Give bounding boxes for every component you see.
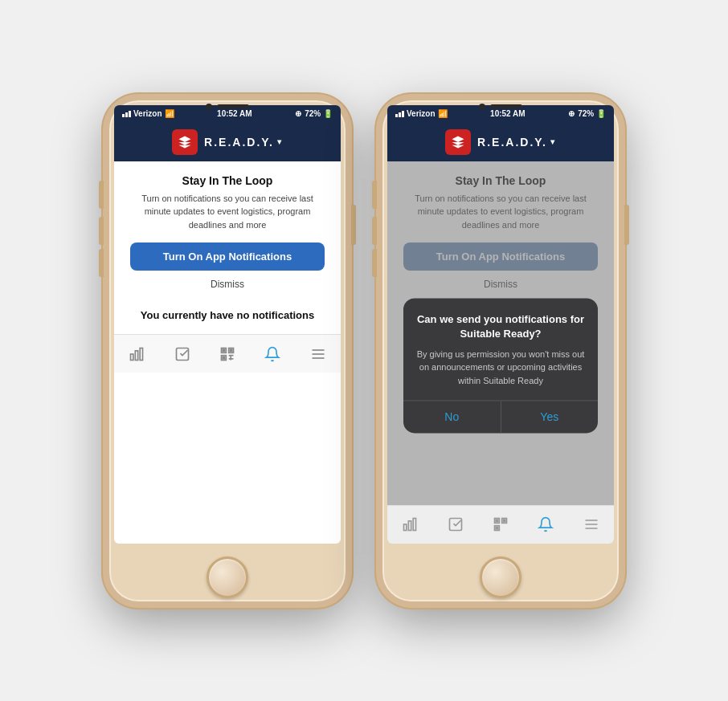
svg-rect-18 xyxy=(413,519,415,531)
dialog-yes-btn[interactable]: Yes xyxy=(501,401,599,434)
svg-rect-7 xyxy=(223,349,225,352)
dialog-title: Can we send you notifications for Suitab… xyxy=(416,312,585,341)
app-title-2: R.E.A.D.Y. ▾ xyxy=(477,136,556,149)
svg-rect-23 xyxy=(496,520,498,522)
dialog-content: Can we send you notifications for Suitab… xyxy=(403,298,598,388)
svg-rect-2 xyxy=(140,348,142,360)
signal-bar-1 xyxy=(122,114,125,117)
signal-bar-6 xyxy=(402,111,404,117)
status-left-1: Verizon 📶 xyxy=(122,109,174,118)
status-right-2: ⊕ 72% 🔋 xyxy=(568,109,606,118)
home-button-1[interactable] xyxy=(207,556,248,598)
signal-bar-5 xyxy=(399,112,401,117)
dialog-desc: By giving us permission you won't miss o… xyxy=(416,348,585,388)
location-icon-2: ⊕ xyxy=(568,109,575,118)
status-left-2: Verizon 📶 xyxy=(395,109,448,118)
bottom-nav-2 xyxy=(387,505,614,544)
svg-rect-25 xyxy=(496,527,498,529)
svg-rect-1 xyxy=(136,350,138,360)
battery-2: 72% 🔋 xyxy=(578,109,606,118)
phone-screen-2: Verizon 📶 10:52 AM ⊕ 72% 🔋 R.E.A.D.Y. ▾ xyxy=(387,105,614,544)
svg-rect-8 xyxy=(230,349,232,352)
camera-dot xyxy=(206,104,212,110)
empty-state-text-1: You currently have no notifications xyxy=(141,309,314,321)
camera-area-2 xyxy=(468,99,533,115)
app-logo-1 xyxy=(172,129,198,155)
phone-2: Verizon 📶 10:52 AM ⊕ 72% 🔋 R.E.A.D.Y. ▾ xyxy=(376,94,625,608)
svg-rect-9 xyxy=(223,357,225,359)
nav-chart-icon-2[interactable] xyxy=(402,516,418,532)
svg-rect-17 xyxy=(409,521,411,531)
status-right-1: ⊕ 72% 🔋 xyxy=(295,109,333,118)
wifi-icon-1: 📶 xyxy=(165,109,174,118)
nav-menu-icon-1[interactable] xyxy=(310,346,326,362)
battery-1: 72% 🔋 xyxy=(305,109,333,118)
home-button-2[interactable] xyxy=(480,556,521,598)
camera-dot-2 xyxy=(479,104,485,110)
nav-bell-icon-1[interactable] xyxy=(264,346,280,362)
svg-rect-16 xyxy=(404,524,407,531)
phone-screen-1: Verizon 📶 10:52 AM ⊕ 72% 🔋 R.E.A.D.Y. ▾ xyxy=(114,105,341,544)
svg-rect-24 xyxy=(503,520,505,522)
dismiss-text-1[interactable]: Dismiss xyxy=(211,279,244,290)
speaker-bar-2 xyxy=(490,104,522,108)
camera-area-1 xyxy=(195,99,260,115)
dialog-no-btn[interactable]: No xyxy=(403,401,501,434)
app-title-text-1: R.E.A.D.Y. xyxy=(204,136,274,149)
chevron-down-icon-1[interactable]: ▾ xyxy=(277,137,283,146)
nav-bell-icon-2[interactable] xyxy=(538,516,554,532)
notification-dialog: Can we send you notifications for Suitab… xyxy=(403,298,598,434)
loop-title-1: Stay In The Loop xyxy=(182,174,273,187)
nav-qr-icon-1[interactable] xyxy=(219,346,235,362)
loop-desc-1: Turn on notifications so you can receive… xyxy=(130,192,325,232)
dialog-buttons: No Yes xyxy=(403,401,598,434)
signal-bar-3 xyxy=(129,111,131,117)
nav-qr-icon-2[interactable] xyxy=(493,516,509,532)
screen-content-1: Stay In The Loop Turn on notifications s… xyxy=(114,161,341,335)
wifi-icon-2: 📶 xyxy=(438,109,448,118)
bottom-nav-1 xyxy=(114,334,341,373)
svg-rect-3 xyxy=(176,348,188,360)
app-logo-2 xyxy=(445,129,471,155)
signal-bars-1 xyxy=(122,111,131,117)
location-icon-1: ⊕ xyxy=(295,109,301,118)
app-header-2: R.E.A.D.Y. ▾ xyxy=(387,123,614,161)
carrier-2: Verizon xyxy=(407,109,436,118)
chevron-down-icon-2[interactable]: ▾ xyxy=(550,137,556,146)
carrier-1: Verizon xyxy=(133,109,162,118)
content-area-2: Stay In The Loop Turn on notifications s… xyxy=(387,161,614,544)
speaker-bar xyxy=(217,104,249,108)
turn-on-notif-btn-1[interactable]: Turn On App Notifications xyxy=(130,242,325,271)
svg-rect-19 xyxy=(449,519,461,531)
signal-bar-4 xyxy=(395,114,398,117)
app-header-1: R.E.A.D.Y. ▾ xyxy=(114,123,341,161)
nav-chart-icon-1[interactable] xyxy=(129,346,145,362)
signal-bars-2 xyxy=(395,111,404,117)
svg-rect-0 xyxy=(131,354,133,361)
nav-menu-icon-2[interactable] xyxy=(583,516,599,532)
phone-1: Verizon 📶 10:52 AM ⊕ 72% 🔋 R.E.A.D.Y. ▾ xyxy=(103,94,352,608)
nav-check-icon-1[interactable] xyxy=(174,346,190,362)
nav-check-icon-2[interactable] xyxy=(448,516,464,532)
app-title-text-2: R.E.A.D.Y. xyxy=(477,136,547,149)
signal-bar-2 xyxy=(125,112,128,117)
app-title-1: R.E.A.D.Y. ▾ xyxy=(204,136,283,149)
